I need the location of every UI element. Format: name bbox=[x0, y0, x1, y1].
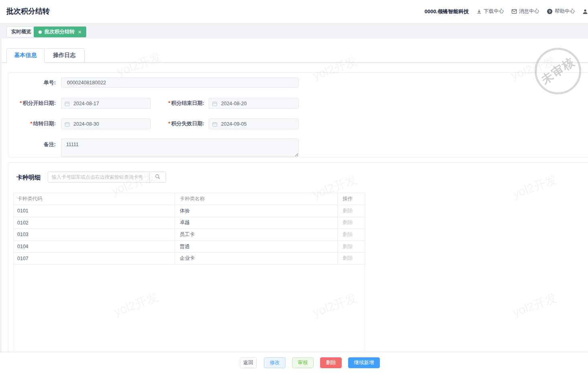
expire-date-input[interactable] bbox=[209, 118, 299, 129]
table-header-row: 卡种类代码 卡种类名称 操作 bbox=[14, 193, 365, 205]
delete-row-link[interactable]: 删除 bbox=[343, 232, 353, 237]
card-search-group bbox=[48, 171, 166, 183]
window-tabstrip: 实时概览 批次积分结转 × bbox=[0, 23, 588, 39]
expire-date-field bbox=[209, 118, 299, 129]
table-row: 0103 员工卡 删除 bbox=[14, 229, 365, 241]
order-no-input[interactable] bbox=[61, 77, 299, 88]
basic-info-form: 单号: *积分开始日期: *积分结束日期: *结转日期: *积分失效日期: bbox=[8, 72, 588, 157]
delete-button[interactable]: 删除 bbox=[320, 357, 342, 368]
active-tab-dot bbox=[39, 31, 42, 34]
tab-batch-points-transfer[interactable]: 批次积分结转 × bbox=[34, 26, 86, 37]
calendar-icon bbox=[212, 121, 217, 128]
delete-row-link[interactable]: 删除 bbox=[343, 244, 353, 249]
card-type-detail-section: 卡种明细 卡种类代码 卡种类名称 操作 0101 体验 删除 bbox=[8, 162, 588, 373]
mail-icon bbox=[511, 9, 517, 14]
search-icon bbox=[155, 174, 160, 181]
user-icon bbox=[582, 9, 588, 14]
order-no-label: 单号: bbox=[8, 77, 56, 88]
download-icon bbox=[476, 9, 482, 14]
table-row: 0104 普通 删除 bbox=[14, 241, 365, 253]
col-header-code: 卡种类代码 bbox=[14, 193, 175, 205]
table-row: 0102 卓越 删除 bbox=[14, 217, 365, 229]
delete-row-link[interactable]: 删除 bbox=[343, 255, 353, 261]
company-name: 0000.领锋智能科技 bbox=[424, 8, 469, 15]
delete-row-link[interactable]: 删除 bbox=[343, 220, 353, 225]
page-title: 批次积分结转 bbox=[6, 6, 50, 16]
footer-action-bar: 返回 修改 审核 删除 继续新增 bbox=[0, 352, 588, 373]
top-header: 批次积分结转 0000.领锋智能科技 下载中心 消息中心 ? 帮助中心 bbox=[0, 0, 588, 23]
col-header-name: 卡种类名称 bbox=[175, 193, 338, 205]
start-date-label: *积分开始日期: bbox=[8, 98, 56, 108]
svg-text:?: ? bbox=[549, 10, 551, 14]
remark-label: 备注: bbox=[8, 139, 56, 150]
expire-date-label: *积分失效日期: bbox=[105, 118, 204, 129]
user-menu[interactable] bbox=[582, 9, 588, 14]
tab-close-icon[interactable]: × bbox=[78, 29, 81, 35]
card-type-table: 卡种类代码 卡种类名称 操作 0101 体验 删除 0102 卓越 删除 010… bbox=[14, 193, 365, 265]
content-tabs-divider bbox=[2, 62, 588, 63]
calendar-icon bbox=[212, 101, 217, 108]
calendar-icon bbox=[65, 101, 70, 108]
tab-operation-log[interactable]: 操作日志 bbox=[44, 48, 85, 63]
search-button[interactable] bbox=[149, 171, 166, 183]
download-center-link[interactable]: 下载中心 bbox=[476, 8, 504, 15]
tab-realtime-overview[interactable]: 实时概览 bbox=[6, 26, 36, 37]
table-row: 0101 体验 删除 bbox=[14, 205, 365, 217]
tab-basic-info[interactable]: 基本信息 bbox=[6, 48, 45, 63]
modify-button[interactable]: 修改 bbox=[264, 357, 286, 368]
transfer-date-label: *结转日期: bbox=[8, 118, 56, 129]
message-center-link[interactable]: 消息中心 bbox=[511, 8, 539, 15]
table-row: 0107 企业卡 删除 bbox=[14, 253, 365, 265]
delete-row-link[interactable]: 删除 bbox=[343, 208, 353, 214]
col-header-action: 操作 bbox=[338, 193, 365, 205]
card-search-input[interactable] bbox=[48, 171, 149, 183]
detail-section-title: 卡种明细 bbox=[16, 174, 41, 181]
main-panel: 基本信息 操作日志 单号: *积分开始日期: *积分结束日期: *结转日期: bbox=[2, 39, 588, 373]
audit-button[interactable]: 审核 bbox=[292, 357, 314, 368]
end-date-field bbox=[209, 98, 299, 109]
remark-textarea[interactable]: 11111 bbox=[61, 139, 299, 157]
end-date-input[interactable] bbox=[209, 98, 299, 109]
help-icon: ? bbox=[547, 8, 553, 14]
end-date-label: *积分结束日期: bbox=[105, 98, 204, 108]
continue-add-button[interactable]: 继续新增 bbox=[348, 357, 380, 368]
back-button[interactable]: 返回 bbox=[240, 357, 257, 368]
help-center-link[interactable]: ? 帮助中心 bbox=[547, 8, 575, 15]
top-right-nav: 0000.领锋智能科技 下载中心 消息中心 ? 帮助中心 bbox=[424, 0, 588, 23]
table-empty-area bbox=[14, 264, 365, 351]
calendar-icon bbox=[65, 121, 70, 128]
